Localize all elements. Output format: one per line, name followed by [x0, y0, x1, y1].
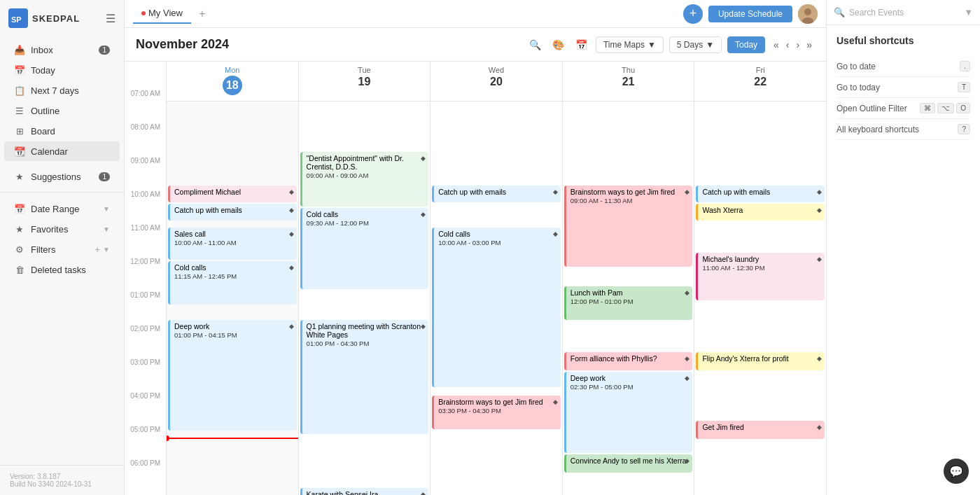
time-column: 07:00 AM 08:00 AM 09:00 AM 10:00 AM 11:0…: [125, 62, 167, 495]
sidebar-item-suggestions[interactable]: ★ Suggestions 1: [4, 167, 120, 186]
day-col-wed: Catch up with emails ◆ Cold calls ◆ 10:0…: [430, 102, 563, 495]
nav-prev-button[interactable]: ‹: [783, 36, 792, 53]
event-convince-andy[interactable]: Convince Andy to sell me his Xterra ◆: [564, 454, 693, 473]
today-button[interactable]: Today: [727, 36, 765, 53]
nav-first-button[interactable]: «: [771, 36, 782, 53]
sidebar-item-today[interactable]: 📅 Today: [4, 60, 120, 80]
event-form-alliance[interactable]: Form alliance with Phyllis? ◆: [564, 352, 693, 370]
time-1500: 03:00 PM: [125, 356, 166, 389]
sidebar-item-deleted-tasks[interactable]: 🗑 Deleted tasks: [4, 260, 120, 279]
pin-icon: ◆: [685, 289, 690, 296]
today-time-indicator: [167, 438, 298, 439]
sidebar-item-board[interactable]: ⊞ Board: [4, 121, 120, 141]
calendar-view-button[interactable]: 📅: [573, 36, 590, 53]
shortcut-label: Go to today: [836, 83, 880, 92]
day-headers: Mon 18 Tue 19 Wed 20 Thu 21 Fri 22: [167, 62, 826, 102]
topbar-right: + Update Schedule: [683, 4, 818, 24]
version-text: Version: 3.8.187: [10, 473, 114, 480]
pin-icon: ◆: [553, 230, 558, 237]
event-q1-planning[interactable]: Q1 planning meeting with Scranton White …: [300, 320, 429, 434]
sidebar: SP SKEDPAL ☰ 📥 Inbox 1 📅 Today 📋 Next 7 …: [0, 0, 125, 495]
event-lunch-pam[interactable]: Lunch with Pam ◆ 12:00 PM - 01:00 PM: [564, 286, 693, 320]
event-deep-work-thu[interactable]: Deep work ◆ 02:30 PM - 05:00 PM: [564, 372, 693, 453]
time-0800: 08:00 AM: [125, 120, 166, 154]
event-title: Compliment Michael: [174, 188, 241, 196]
event-title: Deep work: [174, 322, 209, 330]
time-maps-button[interactable]: Time Maps ▼: [596, 36, 664, 53]
search-input[interactable]: [849, 8, 960, 18]
pin-icon: ◆: [685, 355, 690, 362]
sidebar-item-date-range[interactable]: 📅 Date Range ▼: [4, 199, 120, 218]
day-header-wed: Wed 20: [430, 62, 563, 101]
filter-icon[interactable]: ▼: [964, 7, 973, 18]
sidebar-item-calendar[interactable]: 📆 Calendar: [4, 141, 120, 161]
chat-icon-symbol: 💬: [949, 465, 963, 478]
event-brainstorm-thu[interactable]: Brainstorm ways to get Jim fired ◆ 09:00…: [564, 186, 693, 267]
event-karate[interactable]: Karate with Sensei Ira ◆ 06:00 PM - 09:0…: [300, 488, 429, 495]
calendar-title: November 2024: [136, 37, 229, 52]
tab-notification-dot: [141, 11, 146, 15]
today-label: Today: [735, 40, 757, 50]
sidebar-label-calendar: Calendar: [31, 146, 68, 157]
event-time: 01:00 PM - 04:30 PM: [307, 340, 425, 347]
chat-button[interactable]: 💬: [944, 459, 969, 484]
user-avatar[interactable]: [798, 4, 818, 24]
pin-icon: ◆: [289, 207, 294, 214]
color-filter-button[interactable]: 🎨: [550, 36, 567, 53]
sidebar-label-deleted: Deleted tasks: [31, 265, 86, 275]
filters-add-icon[interactable]: +: [94, 244, 100, 255]
day-col-tue: "Dentist Appointment" with Dr. Crentist,…: [299, 102, 431, 495]
sidebar-item-outline[interactable]: ☰ Outline: [4, 101, 120, 120]
event-title: Convince Andy to sell me his Xterra: [570, 456, 687, 465]
event-time: 11:15 AM - 12:45 PM: [174, 272, 293, 280]
sidebar-nav: 📥 Inbox 1 📅 Today 📋 Next 7 days ☰ Outlin…: [0, 36, 124, 465]
topbar: My View + + Update Schedule: [125, 0, 826, 28]
add-button[interactable]: +: [683, 4, 703, 24]
event-cold-calls-wed[interactable]: Cold calls ◆ 10:00 AM - 03:00 PM: [432, 228, 561, 387]
event-compliment-michael[interactable]: Compliment Michael ◆: [168, 186, 297, 202]
search-icon-button[interactable]: 🔍: [526, 36, 544, 53]
event-deep-work-mon[interactable]: Deep work ◆ 01:00 PM - 04:15 PM: [168, 320, 297, 431]
event-time: 09:30 AM - 12:00 PM: [307, 219, 425, 227]
nav-last-button[interactable]: »: [804, 36, 815, 53]
date-range-icon: 📅: [14, 203, 25, 214]
event-dentist[interactable]: "Dentist Appointment" with Dr. Crentist,…: [300, 152, 429, 207]
sidebar-item-filters[interactable]: ⚙ Filters + ▼: [4, 239, 120, 259]
hamburger-icon[interactable]: ☰: [106, 12, 115, 25]
event-catch-up-fri[interactable]: Catch up with emails ◆: [696, 186, 825, 202]
event-catch-up-mon[interactable]: Catch up with emails ◆: [168, 204, 297, 221]
event-sales-call[interactable]: Sales call ◆ 10:00 AM - 11:00 AM: [168, 228, 297, 260]
event-title: Sales call: [174, 230, 206, 238]
sidebar-label-next7: Next 7 days: [31, 85, 79, 96]
pin-icon: ◆: [289, 188, 294, 195]
sidebar-item-next7days[interactable]: 📋 Next 7 days: [4, 81, 120, 100]
tab-add-button[interactable]: +: [194, 6, 211, 22]
shortcut-keys: ?: [958, 124, 970, 134]
time-1600: 04:00 PM: [125, 389, 166, 423]
event-wash-xterra[interactable]: Wash Xterra ◆: [696, 204, 825, 221]
event-cold-calls-tue[interactable]: Cold calls ◆ 09:30 AM - 12:00 PM: [300, 208, 429, 289]
calendar-grid: 07:00 AM 08:00 AM 09:00 AM 10:00 AM 11:0…: [125, 62, 826, 495]
sidebar-item-inbox[interactable]: 📥 Inbox 1: [4, 40, 120, 60]
days-label: 5 Days: [677, 40, 703, 50]
event-michaels-laundry[interactable]: Michael's laundry ◆ 11:00 AM - 12:30 PM: [696, 253, 825, 300]
sidebar-label-date-range: Date Range: [31, 204, 79, 214]
outline-icon: ☰: [14, 105, 25, 116]
update-schedule-button[interactable]: Update Schedule: [708, 6, 792, 22]
pin-icon: ◆: [685, 188, 690, 195]
days-button[interactable]: 5 Days ▼: [669, 36, 722, 53]
event-catch-up-wed[interactable]: Catch up with emails ◆: [432, 186, 561, 202]
right-panel: 🔍 ▼ Useful shortcuts Go to date . Go to …: [826, 0, 980, 495]
nav-next-button[interactable]: ›: [794, 36, 803, 53]
event-cold-calls-mon[interactable]: Cold calls ◆ 11:15 AM - 12:45 PM: [168, 261, 297, 305]
sidebar-item-favorites[interactable]: ★ Favorites ▼: [4, 219, 120, 239]
tab-my-view[interactable]: My View: [133, 4, 191, 24]
event-time: 10:00 AM - 03:00 PM: [438, 239, 556, 246]
search-icon: 🔍: [834, 7, 845, 18]
pin-icon: ◆: [817, 188, 822, 195]
event-get-jim-fired[interactable]: Get Jim fired ◆: [696, 421, 825, 439]
sidebar-label-board: Board: [31, 126, 55, 137]
event-brainstorm-wed[interactable]: Brainstorm ways to get Jim fired ◆ 03:30…: [432, 396, 561, 429]
time-0900: 09:00 AM: [125, 154, 166, 188]
event-flip-andy[interactable]: Flip Andy's Xterra for profit ◆: [696, 352, 825, 370]
